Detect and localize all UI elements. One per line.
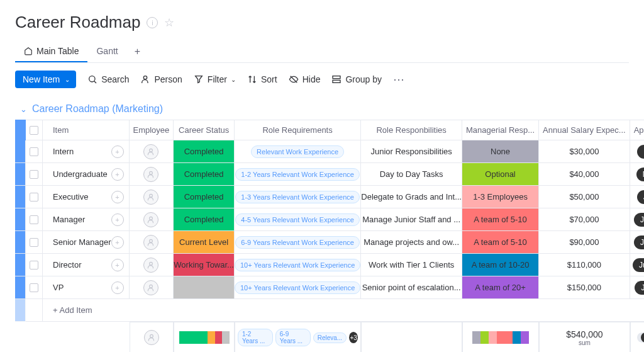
managerial-cell[interactable]: None	[462, 140, 539, 163]
managerial-cell[interactable]: A team of 10-20	[462, 254, 539, 276]
managerial-cell[interactable]: 1-3 Employees	[462, 186, 539, 208]
person-button[interactable]: Person	[140, 74, 182, 84]
employee-cell[interactable]	[130, 186, 174, 208]
requirements-cell[interactable]: 1-3 Years Relevant Work Experience	[235, 186, 361, 208]
timeline-cell[interactable]: Jul 24, '25 - Jul 31, '27	[630, 208, 644, 231]
conversation-icon[interactable]	[111, 213, 124, 226]
sort-button[interactable]: Sort	[247, 74, 277, 84]
row-checkbox[interactable]	[26, 276, 43, 299]
responsibilities-cell[interactable]: Day to Day Tasks	[361, 163, 462, 186]
tab-main-table[interactable]: Main Table	[15, 41, 87, 62]
col-salary[interactable]: Annual Salary Expec...	[539, 120, 630, 140]
conversation-icon[interactable]	[111, 168, 124, 181]
row-checkbox[interactable]	[26, 163, 43, 186]
status-cell[interactable]	[174, 276, 235, 299]
conversation-icon[interactable]	[111, 236, 124, 249]
col-responsibilities[interactable]: Role Responbilities	[361, 120, 462, 140]
employee-cell[interactable]	[130, 140, 174, 163]
row-checkbox[interactable]	[26, 254, 43, 276]
timeline-cell[interactable]: Jun 1, '31 - Jul 31, '35	[630, 276, 644, 299]
responsibilities-cell[interactable]: Senior point of escalation...	[361, 276, 462, 299]
tab-gantt[interactable]: Gantt	[87, 41, 126, 62]
employee-cell[interactable]	[130, 276, 174, 299]
salary-cell[interactable]: $110,000	[539, 254, 630, 276]
col-employee[interactable]: Employee	[130, 120, 174, 140]
employee-cell[interactable]	[130, 208, 174, 231]
item-name-cell[interactable]: VP	[43, 276, 130, 299]
requirements-cell[interactable]: 10+ Years Relevant Work Experience	[235, 276, 361, 299]
favorite-icon[interactable]: ☆	[164, 16, 174, 30]
managerial-cell[interactable]: A team of 20+	[462, 276, 539, 299]
add-view-button[interactable]: +	[127, 41, 148, 62]
col-managerial[interactable]: Managerial Resp...	[462, 120, 539, 140]
timeline-cell[interactable]: Jul 1 - Oct 31	[630, 140, 644, 163]
group-title[interactable]: Career Roadmap (Marketing)	[32, 103, 163, 115]
row-checkbox[interactable]	[26, 186, 43, 208]
employee-cell[interactable]	[130, 254, 174, 276]
select-all-checkbox[interactable]	[26, 120, 43, 140]
salary-cell[interactable]: $150,000	[539, 276, 630, 299]
requirements-cell[interactable]: 6-9 Years Relevant Work Experience	[235, 231, 361, 254]
managerial-cell[interactable]: A team of 5-10	[462, 208, 539, 231]
managerial-cell[interactable]: Optional	[462, 163, 539, 186]
col-timeline[interactable]: Approx. Career Timeline	[630, 120, 644, 140]
table-row[interactable]: Manager Completed 4-5 Years Relevant Wor…	[15, 208, 644, 231]
search-button[interactable]: Search	[87, 74, 129, 84]
conversation-icon[interactable]	[111, 281, 124, 294]
item-name-cell[interactable]: Undergraduate	[43, 163, 130, 186]
salary-cell[interactable]: $40,000	[539, 163, 630, 186]
col-requirements[interactable]: Role Requirements	[235, 120, 361, 140]
status-cell[interactable]: Completed	[174, 208, 235, 231]
timeline-cell[interactable]: Nov 1, '22 - Jul 3, '23	[630, 163, 644, 186]
item-name-cell[interactable]: Director	[43, 254, 130, 276]
info-icon[interactable]: i	[147, 17, 158, 28]
responsibilities-cell[interactable]: Work with Tier 1 Clients	[361, 254, 462, 276]
item-name-cell[interactable]: Senior Manager	[43, 231, 130, 254]
conversation-icon[interactable]	[111, 191, 124, 203]
salary-cell[interactable]: $50,000	[539, 186, 630, 208]
status-cell[interactable]: Completed	[174, 163, 235, 186]
col-item[interactable]: Item	[43, 120, 130, 140]
status-cell[interactable]: Current Level	[174, 231, 235, 254]
salary-cell[interactable]: $90,000	[539, 231, 630, 254]
timeline-cell[interactable]: Jun 26, '29 - Jul 30, '31	[630, 254, 644, 276]
table-row[interactable]: Executive Completed 1-3 Years Relevant W…	[15, 186, 644, 208]
table-row[interactable]: Director Working Towar... 10+ Years Rele…	[15, 254, 644, 276]
item-name-cell[interactable]: Intern	[43, 140, 130, 163]
table-row[interactable]: VP 10+ Years Relevant Work Experience Se…	[15, 276, 644, 299]
row-checkbox[interactable]	[26, 208, 43, 231]
responsibilities-cell[interactable]: Junior Responsibilities	[361, 140, 462, 163]
employee-cell[interactable]	[130, 231, 174, 254]
row-checkbox[interactable]	[26, 231, 43, 254]
add-item-button[interactable]: + Add Item	[43, 299, 644, 322]
conversation-icon[interactable]	[111, 145, 124, 158]
row-checkbox[interactable]	[26, 140, 43, 163]
table-row[interactable]: Intern Completed Relevant Work Experienc…	[15, 140, 644, 163]
status-cell[interactable]: Completed	[174, 140, 235, 163]
salary-cell[interactable]: $30,000	[539, 140, 630, 163]
hide-button[interactable]: Hide	[289, 74, 321, 84]
more-pills-badge[interactable]: +3	[349, 332, 358, 343]
managerial-cell[interactable]: A team of 5-10	[462, 231, 539, 254]
item-name-cell[interactable]: Executive	[43, 186, 130, 208]
group-button[interactable]: Group by	[331, 74, 382, 84]
responsibilities-cell[interactable]: Manage projects and ow...	[361, 231, 462, 254]
col-status[interactable]: Career Status	[174, 120, 235, 140]
requirements-cell[interactable]: Relevant Work Experience	[235, 140, 361, 163]
table-row[interactable]: Undergraduate Completed 1-2 Years Releva…	[15, 163, 644, 186]
more-menu-button[interactable]: ⋯	[393, 72, 406, 86]
item-name-cell[interactable]: Manager	[43, 208, 130, 231]
conversation-icon[interactable]	[111, 259, 124, 271]
group-collapse-icon[interactable]: ⌄	[20, 105, 27, 114]
requirements-cell[interactable]: 1-2 Years Relevant Work Experience	[235, 163, 361, 186]
status-cell[interactable]: Completed	[174, 186, 235, 208]
timeline-cell[interactable]: Jun 4, '23 - Jul 1, '25	[630, 186, 644, 208]
responsibilities-cell[interactable]: Delegate to Grads and Int...	[361, 186, 462, 208]
responsibilities-cell[interactable]: Manage Junior Staff and ...	[361, 208, 462, 231]
status-cell[interactable]: Working Towar...	[174, 254, 235, 276]
requirements-cell[interactable]: 10+ Years Relevant Work Experience	[235, 254, 361, 276]
timeline-cell[interactable]: Jul 31, '27 - Jul 25, '29	[630, 231, 644, 254]
employee-cell[interactable]	[130, 163, 174, 186]
salary-cell[interactable]: $70,000	[539, 208, 630, 231]
requirements-cell[interactable]: 4-5 Years Relevant Work Experience	[235, 208, 361, 231]
